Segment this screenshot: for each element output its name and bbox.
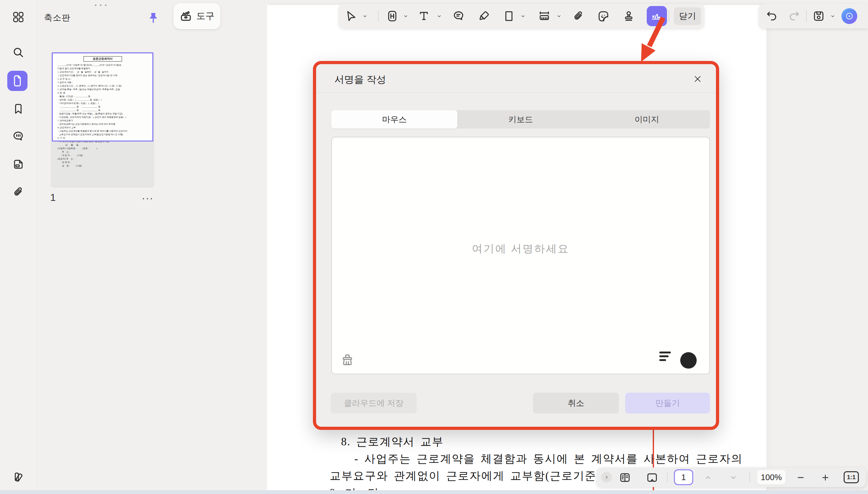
window-bottom-edge bbox=[0, 490, 868, 494]
toolbar-divider bbox=[378, 11, 379, 22]
tools-button-label: 도구 bbox=[196, 10, 215, 22]
tab-keyboard[interactable]: 키보드 bbox=[457, 110, 584, 129]
heading-dropdown-icon[interactable] bbox=[403, 14, 408, 19]
attachment-tool-icon[interactable] bbox=[572, 10, 585, 22]
tools-button[interactable]: 도구 bbox=[173, 3, 220, 29]
color-swatches-icon[interactable] bbox=[12, 471, 25, 483]
text-tool-icon[interactable] bbox=[418, 10, 430, 22]
thumbnail-page-number: 1 bbox=[50, 192, 56, 204]
tab-mouse[interactable]: 마우스 bbox=[331, 110, 457, 129]
signature-method-tabs: 마우스 키보드 이미지 bbox=[331, 110, 710, 129]
measure-dropdown-icon[interactable] bbox=[556, 14, 562, 19]
tab-keyboard-label: 키보드 bbox=[508, 114, 533, 125]
tab-image[interactable]: 이미지 bbox=[584, 110, 710, 129]
toolbox-icon bbox=[179, 10, 192, 23]
save-dropdown-icon[interactable] bbox=[830, 14, 835, 19]
page-down-icon[interactable] bbox=[730, 474, 737, 481]
dialog-title: 서명을 작성 bbox=[334, 73, 386, 86]
clean-brush-icon[interactable] bbox=[340, 353, 355, 367]
zoom-level-display[interactable]: 100% bbox=[757, 470, 786, 484]
page-up-icon[interactable] bbox=[704, 474, 712, 481]
topbar-right bbox=[759, 4, 868, 28]
statusbar-divider bbox=[667, 473, 668, 482]
highlighter-tool-icon[interactable] bbox=[478, 10, 490, 22]
left-icon-rail bbox=[0, 0, 37, 494]
dialog-close-icon[interactable] bbox=[693, 74, 702, 84]
thumbnail-more-button[interactable]: ... bbox=[142, 190, 154, 202]
close-mode-label: 닫기 bbox=[679, 11, 696, 22]
signature-draw-canvas[interactable]: 여기에 서명하세요 bbox=[331, 137, 710, 374]
comments-icon[interactable] bbox=[12, 130, 25, 143]
undo-icon[interactable] bbox=[765, 10, 778, 22]
stroke-color-swatch[interactable] bbox=[680, 352, 697, 368]
panel-drag-handle[interactable] bbox=[95, 4, 107, 6]
redo-icon[interactable] bbox=[788, 10, 800, 22]
measure-tool-icon[interactable] bbox=[538, 10, 551, 22]
topbar-divider bbox=[806, 11, 807, 22]
text-dropdown-icon[interactable] bbox=[437, 14, 442, 19]
heading-tool-icon[interactable] bbox=[386, 10, 399, 22]
stroke-width-icon[interactable] bbox=[659, 352, 671, 363]
bookmark-icon[interactable] bbox=[12, 103, 25, 115]
save-icon[interactable] bbox=[812, 10, 825, 22]
select-cursor-dropdown-icon[interactable] bbox=[362, 14, 368, 19]
create-button[interactable]: 만들기 bbox=[625, 393, 710, 414]
comment-tool-icon[interactable] bbox=[452, 10, 465, 22]
create-label: 만들기 bbox=[655, 398, 680, 409]
document-text-line: 8. 근로계약서 교부 bbox=[341, 433, 743, 451]
page-number-input[interactable]: 1 bbox=[674, 469, 693, 485]
thumbnail-panel: 축소판 표준근로계약서 ________(이하 "사업주"라 함)과(와) __… bbox=[37, 0, 267, 494]
save-to-cloud-button[interactable]: 클라우드에 저장 bbox=[331, 393, 417, 414]
form-fields-icon[interactable] bbox=[12, 158, 25, 171]
panel-title: 축소판 bbox=[44, 12, 71, 23]
select-cursor-icon[interactable] bbox=[345, 10, 357, 22]
document-text-line: - 사업주는 근로계약을 체결함과 동시에 본 계약서를 사본하여 근로자의 bbox=[354, 451, 743, 468]
grid-menu-icon[interactable] bbox=[12, 11, 25, 23]
zoom-in-icon[interactable] bbox=[821, 473, 830, 482]
close-mode-button[interactable]: 닫기 bbox=[674, 7, 701, 25]
annotation-arrow bbox=[632, 15, 670, 62]
sticker-tool-icon[interactable] bbox=[597, 10, 610, 22]
actual-size-label: 1:1 bbox=[847, 474, 855, 481]
zoom-level-value: 100% bbox=[761, 473, 782, 482]
attachments-icon[interactable] bbox=[12, 186, 25, 198]
canvas-placeholder: 여기에 서명하세요 bbox=[332, 242, 709, 256]
create-signature-dialog: 서명을 작성 마우스 키보드 이미지 여기에 서명하세요 클라우드에 저장 취소… bbox=[313, 61, 719, 430]
search-icon[interactable] bbox=[12, 46, 25, 59]
zoom-out-icon[interactable] bbox=[796, 473, 805, 482]
shape-tool-icon[interactable] bbox=[503, 10, 515, 22]
thumbnail-viewport-indicator[interactable] bbox=[52, 53, 153, 141]
presentation-mode-icon[interactable] bbox=[646, 472, 658, 483]
save-to-cloud-label: 클라우드에 저장 bbox=[344, 398, 403, 409]
collapse-statusbar-button[interactable] bbox=[601, 472, 612, 482]
thumbnail-dimmed-region bbox=[52, 141, 153, 186]
cancel-label: 취소 bbox=[568, 398, 584, 409]
shape-dropdown-icon[interactable] bbox=[520, 14, 526, 19]
pin-icon[interactable] bbox=[147, 12, 160, 24]
ai-assistant-icon[interactable] bbox=[842, 8, 857, 24]
actual-size-button[interactable]: 1:1 bbox=[844, 471, 859, 483]
status-bar: 1 100% 1:1 bbox=[597, 468, 866, 487]
tab-image-label: 이미지 bbox=[634, 114, 659, 125]
cancel-button[interactable]: 취소 bbox=[533, 393, 619, 414]
two-page-view-icon[interactable] bbox=[619, 472, 631, 483]
sidebar-item-thumbnails[interactable] bbox=[7, 71, 27, 91]
tab-mouse-label: 마우스 bbox=[382, 114, 407, 125]
page-number-value: 1 bbox=[681, 473, 686, 482]
dialog-header-divider bbox=[316, 93, 716, 93]
statusbar-divider bbox=[750, 473, 750, 482]
